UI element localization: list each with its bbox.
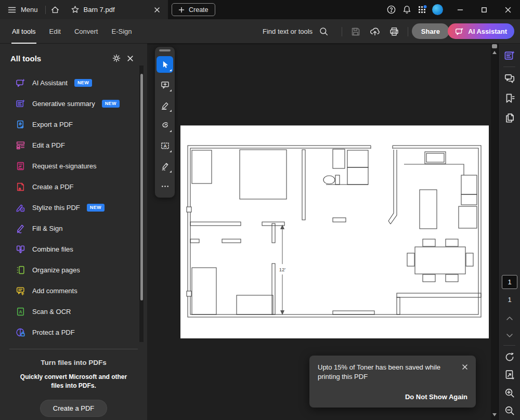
document-scrollbar-thumb[interactable] <box>492 44 497 48</box>
home-button[interactable] <box>46 0 64 19</box>
create-tab-label: Create <box>189 6 209 14</box>
tools-item-combine-files[interactable]: Combine files <box>0 239 147 259</box>
tools-item-export-pdf[interactable]: Export a PDF <box>0 114 147 135</box>
next-page-button[interactable] <box>499 333 520 339</box>
share-button[interactable]: Share <box>412 23 449 39</box>
menu-label: Menu <box>21 6 38 14</box>
panel-header: All tools <box>0 44 147 69</box>
scroll-up-icon[interactable] <box>492 51 497 54</box>
sign-tool-button[interactable] <box>157 158 173 174</box>
lasso-tool-button[interactable] <box>157 117 173 134</box>
add-comments-icon <box>16 286 25 296</box>
chevron-up-icon <box>505 315 514 321</box>
window-close-button[interactable] <box>496 0 520 19</box>
panel-scrollbar-thumb[interactable] <box>140 74 143 300</box>
star-icon <box>71 5 80 14</box>
document-scrollbar[interactable] <box>491 44 498 420</box>
page-number-input[interactable]: 1 <box>502 275 517 289</box>
ribbon-divider <box>408 27 408 36</box>
page-thumbnails-panel-button[interactable] <box>499 112 520 124</box>
tools-item-protect-pdf[interactable]: Protect a PDF <box>0 322 147 343</box>
all-tools-panel: All tools AI Assistant NEW Generative su… <box>0 44 147 420</box>
window-maximize-button[interactable] <box>472 0 496 19</box>
create-tab-button[interactable]: Create <box>172 3 215 16</box>
tools-item-scan-ocr[interactable]: A Scan & OCR <box>0 301 147 322</box>
toner-toast: Upto 15% of Toner has been saved while p… <box>309 356 476 408</box>
tools-item-add-comments[interactable]: Add comments <box>0 280 147 301</box>
print-icon[interactable] <box>389 27 399 37</box>
tab-all-tools[interactable]: All tools <box>5 19 43 44</box>
tab-convert[interactable]: Convert <box>68 19 105 44</box>
fit-page-icon <box>504 369 515 380</box>
scroll-down-icon[interactable] <box>492 413 497 416</box>
text-box-icon: A <box>160 141 170 151</box>
tools-item-ai-assistant[interactable]: AI Assistant NEW <box>0 72 147 93</box>
generative-summary-icon <box>16 99 25 109</box>
tools-list: AI Assistant NEW Generative summary NEW … <box>0 72 147 343</box>
bookmarks-panel-button[interactable] <box>499 93 520 104</box>
tools-item-request-e-signatures[interactable]: Request e-signatures <box>0 155 147 176</box>
ribbon-divider <box>342 27 342 36</box>
toolbar-drag-handle[interactable] <box>159 49 171 51</box>
window-minimize-button[interactable] <box>448 0 472 19</box>
document-tab[interactable]: Barn 7.pdf <box>64 0 168 19</box>
zoom-out-button[interactable] <box>499 405 520 416</box>
fill-sign-icon <box>16 224 25 233</box>
create-pdf-icon <box>16 182 25 192</box>
toast-dismiss-button[interactable]: Do Not Show Again <box>405 393 467 401</box>
tools-item-fill-sign[interactable]: Fill & Sign <box>0 218 147 239</box>
bookmark-icon <box>504 93 515 104</box>
home-icon <box>50 5 60 15</box>
rotate-icon <box>504 351 515 363</box>
promo-create-pdf-button[interactable]: Create a PDF <box>40 400 107 417</box>
sign-pen-icon <box>160 161 170 171</box>
apps-grid-button[interactable] <box>414 0 430 19</box>
tools-item-edit-pdf[interactable]: Edit a PDF <box>0 135 147 155</box>
highlight-tool-button[interactable] <box>157 97 173 113</box>
pages-icon <box>504 112 515 124</box>
lasso-icon <box>160 121 170 130</box>
svg-text:A: A <box>163 143 166 148</box>
tools-item-create-pdf[interactable]: Create a PDF <box>0 176 147 197</box>
notifications-button[interactable] <box>399 0 414 19</box>
toast-close-button[interactable] <box>460 362 470 372</box>
select-tool-button[interactable] <box>157 56 173 73</box>
help-icon <box>386 5 396 15</box>
tab-close-button[interactable] <box>151 4 163 16</box>
add-comment-tool-button[interactable] <box>157 76 173 93</box>
ribbon: All tools Edit Convert E-Sign Find text … <box>0 19 520 44</box>
tab-e-sign[interactable]: E-Sign <box>105 19 138 44</box>
comments-panel-button[interactable] <box>499 73 520 84</box>
fit-page-button[interactable] <box>499 369 520 380</box>
user-avatar[interactable] <box>432 4 443 15</box>
tab-edit[interactable]: Edit <box>43 19 68 44</box>
cursor-icon <box>160 60 170 69</box>
menu-button[interactable]: Menu <box>0 0 45 19</box>
title-bar-right <box>383 0 520 19</box>
text-box-tool-button[interactable]: A <box>157 137 173 154</box>
pdf-page[interactable]: 12' <box>180 125 489 338</box>
find-tool[interactable]: Find text or tools <box>263 19 329 44</box>
page-total: 1 <box>499 296 520 304</box>
gear-icon <box>112 54 121 63</box>
cloud-upload-icon[interactable] <box>369 26 381 37</box>
generative-summary-panel-button[interactable] <box>499 50 520 61</box>
save-icon[interactable] <box>350 27 361 37</box>
ai-assistant-button[interactable]: AI Assistant <box>448 23 514 39</box>
ai-chat-icon <box>455 27 464 36</box>
help-button[interactable] <box>383 0 399 19</box>
panel-close-button[interactable] <box>123 51 137 65</box>
panel-settings-button[interactable] <box>110 51 123 65</box>
protect-pdf-icon <box>16 327 25 337</box>
rail-divider <box>503 345 515 346</box>
tools-item-generative-summary[interactable]: Generative summary NEW <box>0 93 147 114</box>
tools-item-stylize-pdf[interactable]: Stylize this PDF NEW <box>0 197 147 218</box>
request-e-signatures-icon <box>16 161 25 171</box>
more-tools-button[interactable] <box>157 178 173 194</box>
tools-item-organize-pages[interactable]: Organize pages <box>0 259 147 280</box>
zoom-in-button[interactable] <box>499 387 520 399</box>
previous-page-button[interactable] <box>499 315 520 321</box>
find-placeholder: Find text or tools <box>263 28 313 35</box>
generative-summary-icon <box>504 50 515 61</box>
rotate-page-button[interactable] <box>499 351 520 363</box>
